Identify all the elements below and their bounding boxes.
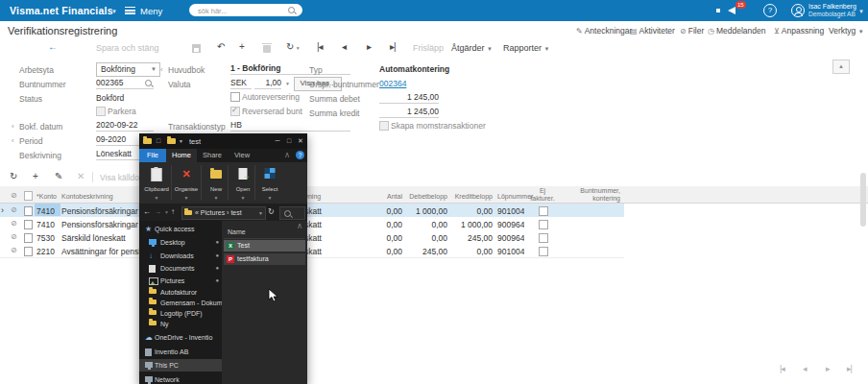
ribbon-new-button[interactable]: New▼ — [203, 164, 229, 202]
table-row[interactable]: ⊘ 7410 Pensionsförsäkringar Löneskatt 0,… — [0, 217, 624, 231]
previous-record-icon[interactable]: ◂ — [342, 41, 347, 52]
grid-vertical-scrollbar[interactable] — [860, 173, 866, 227]
note-icon[interactable] — [24, 233, 33, 243]
cell-kredit[interactable]: 0,00 — [447, 206, 493, 216]
name-column-header[interactable]: Name — [228, 228, 246, 235]
reverse-icon[interactable]: ↻ ▼ — [286, 41, 301, 52]
cell-konto[interactable]: 2210 — [36, 247, 55, 256]
reports-menu[interactable]: Rapporter ▼ — [503, 43, 550, 53]
brand-chevron-down-icon[interactable]: ▼ — [111, 9, 117, 14]
batch-number-field[interactable]: 002365 — [96, 78, 154, 89]
sidebar-item-documents[interactable]: Documents● — [139, 262, 222, 275]
sidebar-item-network[interactable]: Network — [139, 373, 222, 384]
cell-konto[interactable]: 7530 — [36, 233, 55, 243]
currency-code-field[interactable]: SEK — [230, 78, 252, 89]
transaction-type-field[interactable]: HB — [230, 120, 350, 132]
notes-link[interactable]: ✎Anteckningar — [576, 26, 632, 36]
cell-ej-fakturer-checkbox[interactable] — [539, 220, 548, 229]
refresh-icon[interactable]: ↻ — [268, 207, 275, 216]
cell-kredit[interactable]: 245,00 — [447, 233, 493, 243]
cell-konto[interactable]: 7410 — [36, 220, 55, 229]
cell-lopnummer[interactable]: 900964 — [497, 233, 524, 243]
grid-delete-row-icon[interactable]: ✕ — [77, 171, 84, 181]
files-link[interactable]: ⊘Filer — [680, 26, 704, 36]
cell-ej-fakturer-checkbox[interactable] — [539, 233, 548, 243]
auto-reversing-checkbox[interactable] — [230, 92, 240, 102]
cell-lopnummer[interactable]: 901004 — [497, 206, 524, 216]
sidebar-item-inventio-ab[interactable]: Inventio AB — [139, 346, 222, 358]
col-konto[interactable]: *Konto — [36, 193, 57, 201]
scroll-up-button[interactable]: ▲ — [832, 60, 850, 74]
menu-button[interactable]: Meny — [140, 6, 162, 16]
col-antal[interactable]: Antal — [374, 193, 402, 201]
first-record-icon[interactable]: |◂ — [317, 41, 323, 52]
brand-logo[interactable]: Visma.net Financials — [10, 5, 113, 16]
list-item[interactable]: X Test — [224, 240, 305, 252]
attachment-icon[interactable]: ⊘ — [11, 219, 17, 228]
attachment-icon[interactable]: ⊘ — [11, 232, 17, 241]
global-search-input[interactable]: sök här... — [189, 4, 302, 16]
date-expander-icon[interactable]: ‹ — [12, 122, 14, 131]
menu-icon[interactable] — [125, 7, 135, 14]
quick-access-toolbar-icon[interactable]: □ — [157, 137, 160, 144]
tab-share[interactable]: Share — [197, 149, 228, 162]
cell-lopnummer[interactable]: 901004 — [497, 247, 524, 256]
address-path-box[interactable]: « Pictures › test ▼ — [181, 206, 266, 220]
recent-locations-chevron-icon[interactable]: ▼ — [164, 209, 169, 215]
note-icon[interactable] — [24, 247, 33, 256]
close-icon[interactable]: ✕ — [296, 137, 305, 145]
tab-view[interactable]: View — [228, 149, 256, 162]
notifications-icon[interactable] — [728, 7, 735, 14]
attachment-icon[interactable]: ⊘ — [11, 205, 17, 214]
actions-menu[interactable]: Åtgärder ▼ — [451, 43, 493, 53]
grid-refresh-icon[interactable]: ↻ — [10, 171, 17, 181]
cell-antal[interactable]: 0,00 — [374, 247, 402, 256]
reversed-batch-checkbox[interactable] — [230, 107, 240, 116]
ribbon-open-button[interactable]: → Open▼ — [229, 164, 256, 202]
address-chevron-down-icon[interactable]: ▼ — [258, 210, 263, 216]
sidebar-item-quick-access[interactable]: ★Quick access — [139, 223, 222, 235]
batch-lookup-icon[interactable] — [145, 80, 152, 86]
ledger-expander-icon[interactable]: ‹ — [160, 65, 163, 74]
user-menu-chevron-down-icon[interactable]: ▼ — [858, 9, 864, 14]
cell-antal[interactable]: 0,00 — [374, 233, 402, 243]
breadcrumb-test[interactable]: test — [230, 209, 241, 216]
last-record-icon[interactable]: ▸| — [390, 41, 396, 52]
cell-lopnummer[interactable]: 900964 — [497, 220, 524, 229]
tab-file[interactable]: File — [139, 149, 166, 162]
collapse-ribbon-icon[interactable]: ᐱ — [285, 152, 289, 158]
grid-edit-icon[interactable]: ✎ — [55, 171, 62, 181]
ledger-field[interactable]: 1 - Bokföring — [230, 63, 350, 75]
cell-konto[interactable]: 7410 — [36, 206, 55, 216]
activities-link[interactable]: ▤Aktiviteter — [630, 26, 675, 36]
tools-menu[interactable]: Verktyg ▼ — [829, 26, 864, 36]
currency-chevron-down-icon[interactable]: ▼ — [285, 81, 290, 86]
orig-batch-link[interactable]: 002364 — [379, 79, 406, 88]
ribbon-clipboard-button[interactable]: Clipboard▼ — [143, 164, 170, 202]
cell-kredit[interactable]: 1 000,00 — [447, 220, 493, 229]
cell-antal[interactable]: 0,00 — [374, 220, 402, 229]
ribbon-organise-button[interactable]: ✕ Organise▼ — [173, 164, 200, 202]
breadcrumb[interactable]: « Pictures › test — [195, 209, 242, 216]
sidebar-item-desktop[interactable]: Desktop● — [139, 236, 222, 249]
customization-link[interactable]: ⊻Anpassning — [774, 26, 824, 36]
save-icon[interactable] — [192, 44, 201, 53]
breadcrumb-pictures[interactable]: Pictures — [201, 209, 225, 216]
ribbon-select-button[interactable]: Select▼ — [256, 164, 283, 202]
nav-up-icon[interactable]: ↑ — [171, 207, 175, 216]
cell-debet[interactable]: 1 000,00 — [402, 206, 447, 216]
delete-icon[interactable] — [263, 45, 271, 53]
sidebar-item-this-pc[interactable]: This PC — [139, 359, 222, 372]
col-debetbelopp[interactable]: Debetbelopp — [402, 193, 447, 201]
col-buntnummer-kontering[interactable]: Buntnummer,kontering — [561, 187, 620, 203]
cell-ej-fakturer-checkbox[interactable] — [539, 247, 548, 256]
col-kreditbelopp[interactable]: Kreditbelopp — [447, 193, 493, 201]
nav-forward-icon[interactable]: → — [154, 207, 161, 216]
explorer-search-box[interactable] — [279, 206, 305, 220]
grid-add-row-icon[interactable]: + — [33, 171, 38, 181]
col-kontobeskrivning[interactable]: Kontobeskrivning — [61, 193, 113, 201]
tab-home[interactable]: Home — [166, 149, 197, 162]
list-item[interactable]: P testfaktura — [224, 253, 305, 265]
sidebar-item-onedrive[interactable]: ☁OneDrive - Inventio — [139, 331, 222, 344]
explorer-title-bar[interactable]: □ ▼ test ─ □ ✕ — [139, 133, 307, 149]
